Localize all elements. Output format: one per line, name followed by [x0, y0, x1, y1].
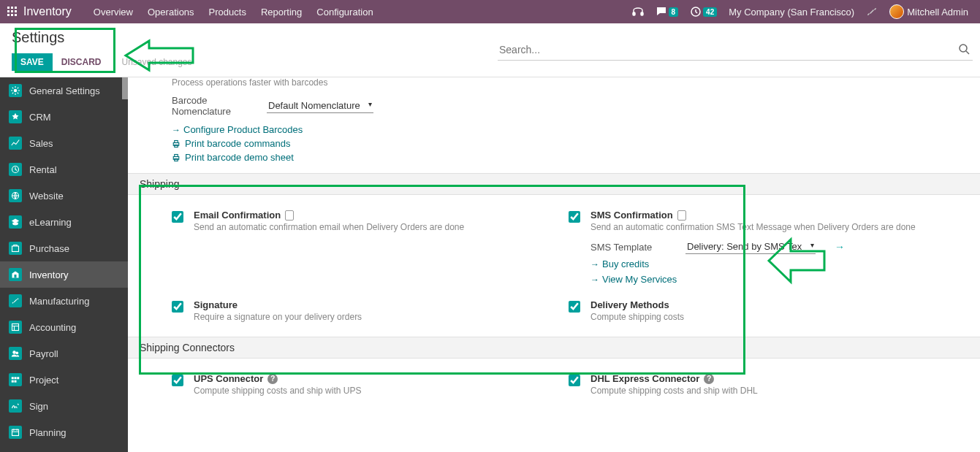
- svg-rect-29: [175, 145, 178, 147]
- svg-rect-9: [633, 12, 635, 15]
- setting-title: SMS Confirmation: [590, 210, 673, 221]
- print-icon: [172, 139, 181, 148]
- setting-desc: Compute shipping costs: [590, 312, 951, 322]
- search-wrap: [498, 40, 973, 61]
- sidebar-icon: [9, 242, 22, 255]
- sidebar-icon: [9, 84, 22, 97]
- sidebar-item-payroll[interactable]: Payroll: [0, 340, 128, 367]
- svg-rect-18: [12, 324, 19, 331]
- sidebar-item-purchase[interactable]: Purchase: [0, 235, 128, 261]
- link-print-demo[interactable]: Print barcode demo sheet: [172, 152, 965, 163]
- svg-rect-26: [12, 429, 19, 435]
- help-icon[interactable]: ?: [704, 374, 714, 384]
- sidebar-item-label: Project: [29, 375, 58, 386]
- help-icon[interactable]: ?: [267, 374, 278, 384]
- search-button[interactable]: [955, 40, 973, 60]
- sidebar-item-label: General Settings: [29, 85, 100, 96]
- svg-rect-10: [641, 12, 643, 15]
- sidebar-item-rental[interactable]: Rental: [0, 156, 128, 183]
- sidebar-scrollbar[interactable]: [122, 77, 128, 99]
- setting-title: Delivery Methods: [590, 299, 669, 310]
- barcode-nom-select[interactable]: Default Nomenclature: [267, 99, 373, 113]
- svg-rect-2: [15, 7, 17, 9]
- sidebar-item-inventory[interactable]: Inventory: [0, 261, 128, 288]
- sidebar-item-crm[interactable]: CRM: [0, 104, 128, 130]
- sidebar: General SettingsCRMSalesRentalWebsiteeLe…: [0, 77, 128, 452]
- sidebar-item-label: Website: [29, 191, 64, 202]
- app-name[interactable]: Inventory: [23, 5, 72, 18]
- svg-point-20: [15, 351, 18, 354]
- svg-rect-32: [175, 158, 178, 161]
- sidebar-item-general-settings[interactable]: General Settings: [0, 77, 128, 104]
- sidebar-icon: [9, 347, 22, 360]
- sidebar-item-label: Manufacturing: [29, 296, 89, 307]
- discard-button[interactable]: DISCARD: [53, 53, 110, 71]
- sidebar-item-planning[interactable]: Planning: [0, 419, 128, 445]
- sms-template-select[interactable]: Delivery: Send by SMS Tex: [685, 240, 816, 254]
- checkbox-delivery-methods[interactable]: [569, 301, 580, 313]
- sidebar-item-accounting[interactable]: Accounting: [0, 314, 128, 340]
- menu-products[interactable]: Products: [202, 0, 254, 23]
- search-input[interactable]: [498, 41, 955, 58]
- barcode-nom-label: Barcode Nomenclature: [172, 95, 245, 117]
- sidebar-item-label: Planning: [29, 427, 67, 438]
- sidebar-icon: [9, 426, 22, 439]
- apps-icon[interactable]: [6, 5, 19, 18]
- sidebar-item-elearning[interactable]: eLearning: [0, 209, 128, 235]
- menu-operations[interactable]: Operations: [140, 0, 202, 23]
- link-buy-credits[interactable]: →Buy credits: [590, 258, 951, 269]
- sidebar-item-label: CRM: [29, 112, 51, 123]
- sidebar-item-website[interactable]: Website: [0, 183, 128, 209]
- setting-desc: Send an automatic confirmation email whe…: [194, 222, 554, 232]
- link-print-commands[interactable]: Print barcode commands: [172, 138, 965, 149]
- checkbox-dhl[interactable]: [569, 375, 580, 386]
- svg-rect-1: [11, 7, 13, 9]
- barcode-settings: Process operations faster with barcodes …: [128, 77, 980, 173]
- sidebar-icon: [9, 189, 22, 202]
- content-area: Process operations faster with barcodes …: [128, 77, 980, 452]
- setting-title: UPS Connector: [194, 373, 263, 384]
- sidebar-item-sign[interactable]: Sign: [0, 393, 128, 419]
- setting-title: DHL Express Connector: [590, 373, 699, 384]
- svg-rect-22: [15, 377, 17, 379]
- support-icon[interactable]: [626, 0, 650, 23]
- sidebar-item-manufacturing[interactable]: Manufacturing: [0, 288, 128, 314]
- avatar: [889, 4, 904, 19]
- sidebar-icon: [9, 294, 22, 307]
- debug-icon[interactable]: [860, 0, 884, 23]
- setting-title: Email Confirmation: [194, 210, 281, 221]
- enterprise-icon: [285, 210, 294, 221]
- sidebar-item-sales[interactable]: Sales: [0, 130, 128, 156]
- menu-configuration[interactable]: Configuration: [309, 0, 380, 23]
- checkbox-email-confirmation[interactable]: [172, 211, 183, 223]
- checkbox-signature[interactable]: [172, 301, 183, 313]
- menu-overview[interactable]: Overview: [86, 0, 140, 23]
- external-link-icon[interactable]: →: [835, 241, 845, 253]
- svg-rect-24: [12, 380, 14, 383]
- setting-desc: Compute shipping costs and ship with DHL: [590, 386, 951, 396]
- checkbox-sms-confirmation[interactable]: [569, 211, 580, 223]
- settings-header: Settings SAVE DISCARD Unsaved changes: [0, 23, 980, 77]
- menu-reporting[interactable]: Reporting: [254, 0, 309, 23]
- setting-desc: Compute shipping costs and ship with UPS: [194, 386, 554, 396]
- save-button[interactable]: SAVE: [12, 53, 53, 71]
- svg-rect-17: [15, 275, 17, 278]
- link-view-services[interactable]: →View My Services: [590, 274, 951, 285]
- search-icon: [958, 43, 970, 55]
- sidebar-icon: [9, 110, 22, 123]
- unsaved-indicator: Unsaved changes: [121, 57, 191, 67]
- checkbox-ups[interactable]: [172, 375, 183, 386]
- sidebar-item-label: Payroll: [29, 348, 58, 359]
- barcode-desc: Process operations faster with barcodes: [172, 77, 965, 88]
- user-menu[interactable]: Mitchell Admin: [884, 0, 974, 23]
- svg-point-13: [14, 89, 18, 93]
- svg-point-12: [960, 45, 967, 52]
- sidebar-item-label: Sales: [29, 138, 53, 149]
- sidebar-item-project[interactable]: Project: [0, 367, 128, 393]
- company-switcher[interactable]: My Company (San Francisco): [723, 0, 860, 23]
- activities-icon[interactable]: 42: [684, 0, 723, 23]
- link-configure-barcodes[interactable]: →Configure Product Barcodes: [172, 124, 965, 135]
- enterprise-icon: [677, 210, 686, 221]
- messages-icon[interactable]: 8: [650, 0, 685, 23]
- sidebar-item-label: Inventory: [29, 269, 68, 280]
